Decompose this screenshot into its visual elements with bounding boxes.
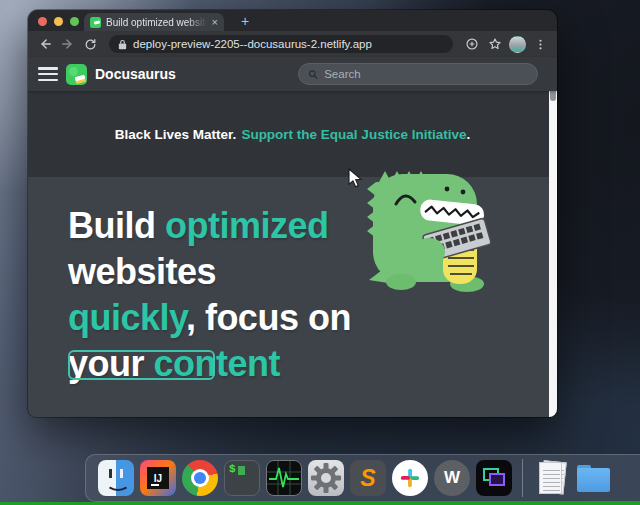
sublime-text-icon[interactable]: S xyxy=(350,460,386,496)
terminal-icon[interactable] xyxy=(224,460,260,496)
address-bar[interactable]: deploy-preview-2205--docusaurus-2.netlif… xyxy=(109,35,453,53)
slack-icon[interactable] xyxy=(392,460,428,496)
search-input[interactable] xyxy=(324,68,528,80)
zoom-window-button[interactable] xyxy=(70,17,79,26)
workplace-icon[interactable]: W xyxy=(434,460,470,496)
finder-icon[interactable] xyxy=(98,460,134,496)
bookmark-star-icon[interactable] xyxy=(486,36,503,53)
site-navbar: Docusaurus xyxy=(28,57,557,91)
announcement-suffix: . xyxy=(466,127,470,142)
documents-stack-icon[interactable] xyxy=(533,460,569,496)
minimize-window-button[interactable] xyxy=(54,17,63,26)
docusaurus-logo[interactable] xyxy=(66,64,87,85)
browser-toolbar: deploy-preview-2205--docusaurus-2.netlif… xyxy=(28,31,557,57)
page-content: Docusaurus Black Lives Matter. Support t… xyxy=(28,57,557,417)
forward-button[interactable] xyxy=(59,36,76,53)
chrome-icon[interactable] xyxy=(182,460,218,496)
hero-section: Build optimized websites quickly, focus … xyxy=(28,177,557,417)
close-window-button[interactable] xyxy=(38,17,47,26)
tab-strip: Build optimized websites quick × + xyxy=(28,10,557,31)
hero-cta-button[interactable] xyxy=(68,350,215,380)
lock-icon xyxy=(118,39,127,50)
new-tab-button[interactable]: + xyxy=(235,13,255,31)
profile-avatar[interactable] xyxy=(509,36,526,53)
page-action-icon[interactable] xyxy=(463,36,480,53)
search-box[interactable] xyxy=(298,63,538,85)
screens-app-icon[interactable] xyxy=(476,460,512,496)
intellij-idea-icon[interactable]: IJ xyxy=(140,460,176,496)
dock-divider xyxy=(522,459,523,497)
browser-window: Build optimized websites quick × + deplo… xyxy=(28,10,557,417)
browser-menu-icon[interactable] xyxy=(532,36,549,53)
tab-close-icon[interactable]: × xyxy=(212,17,218,28)
page-scrollbar[interactable] xyxy=(549,57,557,417)
announcement-link[interactable]: Support the Equal Justice Initiative xyxy=(241,127,466,142)
search-icon xyxy=(308,69,318,80)
announcement-text: Black Lives Matter. xyxy=(115,127,237,142)
tab-title: Build optimized websites quick xyxy=(106,17,207,28)
menu-hamburger-icon[interactable] xyxy=(38,67,58,81)
site-title[interactable]: Docusaurus xyxy=(95,66,176,82)
browser-tab[interactable]: Build optimized websites quick × xyxy=(84,13,224,31)
docusaurus-favicon xyxy=(90,17,101,28)
dock: IJ S W xyxy=(85,454,640,502)
window-controls xyxy=(38,17,79,26)
url-text: deploy-preview-2205--docusaurus-2.netlif… xyxy=(133,38,372,50)
dinosaur-illustration xyxy=(363,160,498,293)
back-button[interactable] xyxy=(36,36,53,53)
activity-monitor-icon[interactable] xyxy=(266,460,302,496)
downloads-folder-icon[interactable] xyxy=(575,460,611,496)
reload-button[interactable] xyxy=(82,36,99,53)
system-preferences-icon[interactable] xyxy=(308,460,344,496)
